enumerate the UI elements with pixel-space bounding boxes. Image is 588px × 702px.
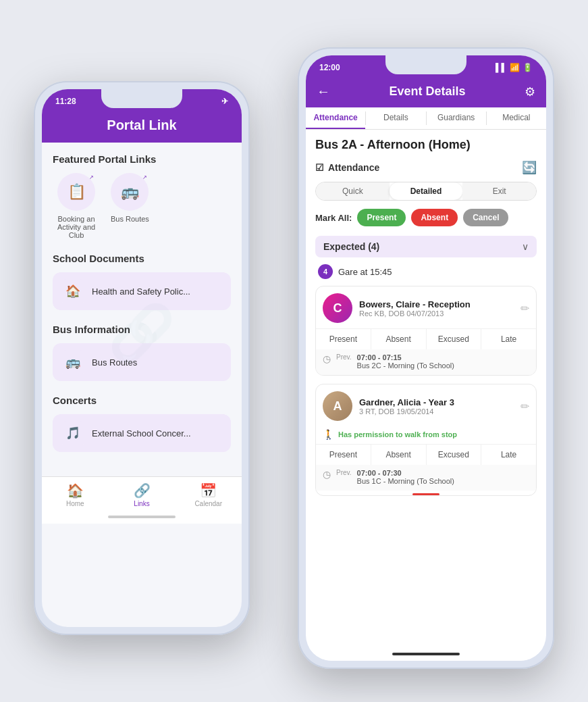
bus-icon-circle: 🚌 ↗ — [111, 173, 149, 211]
walk-icon: 🚶 — [323, 429, 334, 440]
back-header: Portal Link — [42, 111, 242, 143]
booking-ext-badge: ↗ — [89, 174, 94, 180]
alicia-meta: 3 RT, DOB 19/05/2014 — [359, 407, 514, 416]
external-concert-item[interactable]: 🎵 External School Concer... — [53, 414, 231, 452]
tab-medical[interactable]: Medical — [487, 107, 546, 129]
event-title: Bus 2A - Afternoon (Home) — [315, 138, 537, 152]
mark-cancel-button[interactable]: Cancel — [463, 209, 508, 226]
alicia-avatar-img: A — [323, 391, 352, 421]
tab-attendance[interactable]: Attendance — [306, 107, 365, 129]
claire-late-btn[interactable]: Late — [481, 329, 536, 349]
front-home-indicator — [306, 647, 546, 661]
claire-prev-route: Bus 2C - Morning (To School) — [357, 361, 454, 370]
links-nav-label: Links — [134, 500, 149, 507]
view-exit[interactable]: Exit — [462, 182, 536, 200]
claire-absent-btn[interactable]: Absent — [371, 329, 427, 349]
filter-icon[interactable]: ⚙ — [525, 84, 535, 99]
alicia-absent-btn[interactable]: Absent — [371, 445, 427, 465]
alicia-prev-row: ◷ Prev. 07:00 - 07:30 Bus 1C - Morning (… — [316, 465, 536, 491]
expected-header[interactable]: Expected (4) ∨ — [315, 236, 537, 257]
front-phone: 12:00 ▌▌ 📶 🔋 ← Event Details ⚙ Attendanc… — [298, 47, 554, 669]
portal-icon-booking[interactable]: 📋 ↗ Booking an Activity and Club — [53, 173, 100, 239]
bus-routes-label: Bus Routes — [111, 215, 149, 223]
nav-calendar[interactable]: 📅 Calendar — [175, 482, 242, 507]
front-home-bar — [392, 653, 460, 655]
alicia-name: Gardner, Alicia - Year 3 — [359, 397, 514, 407]
front-status-icons: ▌▌ 📶 🔋 — [496, 63, 533, 72]
chevron-down-icon: ∨ — [522, 241, 529, 252]
signal-icon: ▌▌ — [496, 63, 507, 72]
alicia-edit-icon[interactable]: ✏ — [520, 400, 529, 413]
student-card-alicia: A Gardner, Alicia - Year 3 3 RT, DOB 19/… — [315, 384, 537, 496]
back-status-time: 11:28 — [55, 97, 76, 106]
back-button[interactable]: ← — [317, 84, 330, 99]
stop-row: 4 Gare at 15:45 — [315, 264, 537, 279]
calendar-nav-label: Calendar — [194, 500, 222, 507]
back-bottom-nav: 🏠 Home 🔗 Links 📅 Calendar — [42, 476, 242, 510]
back-notch — [101, 89, 182, 108]
tab-guardians[interactable]: Guardians — [427, 107, 486, 129]
front-header-title: Event Details — [330, 84, 525, 99]
view-quick[interactable]: Quick — [316, 182, 390, 200]
checkbox-icon: ☑ — [315, 162, 324, 173]
back-phone-inner: 11:28 ✈ Portal Link 🔗 Featured Portal Li… — [42, 89, 242, 627]
claire-details: Bowers, Claire - Reception Rec KB, DOB 0… — [359, 299, 514, 318]
alicia-attendance-btns: Present Absent Excused Late — [316, 444, 536, 465]
health-safety-icon: 🏠 — [61, 279, 85, 303]
claire-avatar-img: C — [323, 293, 352, 323]
scroll-indicator — [412, 493, 439, 495]
tab-details[interactable]: Details — [366, 107, 425, 129]
back-status-icons: ✈ — [221, 97, 228, 106]
prev-icon-alicia: ◷ — [323, 469, 331, 480]
front-content: Bus 2A - Afternoon (Home) ☑ Attendance 🔄… — [306, 130, 546, 647]
alicia-late-btn[interactable]: Late — [481, 445, 536, 465]
calendar-nav-icon: 📅 — [200, 482, 217, 499]
attendance-text: Attendance — [328, 162, 379, 173]
back-home-indicator — [42, 510, 242, 524]
mark-absent-button[interactable]: Absent — [411, 209, 458, 226]
booking-icon: 📋 — [68, 183, 86, 201]
mark-all-row: Mark All: Present Absent Cancel — [315, 209, 537, 226]
mark-present-button[interactable]: Present — [357, 209, 406, 226]
claire-meta: Rec KB, DOB 04/07/2013 — [359, 309, 514, 318]
portal-icon-bus[interactable]: 🚌 ↗ Bus Routes — [111, 173, 149, 239]
mark-all-label: Mark All: — [315, 213, 352, 223]
walk-permission-row: 🚶 Has permission to walk from stop — [316, 426, 536, 444]
back-header-title: Portal Link — [53, 118, 231, 133]
claire-info-row: C Bowers, Claire - Reception Rec KB, DOB… — [316, 286, 536, 328]
alicia-excused-btn[interactable]: Excused — [427, 445, 482, 465]
walk-permission-text: Has permission to walk from stop — [338, 430, 457, 438]
links-nav-icon: 🔗 — [134, 482, 151, 499]
wifi-icon: 📶 — [510, 63, 520, 72]
battery-icon: 🔋 — [523, 63, 533, 72]
claire-edit-icon[interactable]: ✏ — [520, 302, 529, 315]
front-header: ← Event Details ⚙ — [306, 77, 546, 107]
booking-label: Booking an Activity and Club — [53, 215, 100, 239]
bg-watermark: 🔗 — [108, 301, 176, 365]
claire-avatar: C — [323, 293, 352, 323]
attendance-header: ☑ Attendance 🔄 — [315, 160, 537, 175]
bus-icon: 🚌 — [121, 183, 139, 201]
claire-prev-row: ◷ Prev. 07:00 - 07:15 Bus 2C - Morning (… — [316, 349, 536, 375]
school-docs-title: School Documents — [53, 253, 231, 264]
stop-text: Gare at 15:45 — [338, 267, 392, 277]
alicia-present-btn[interactable]: Present — [316, 445, 371, 465]
concert-icon: 🎵 — [61, 421, 85, 445]
concerts-section: Concerts 🎵 External School Concer... — [53, 395, 231, 452]
refresh-icon[interactable]: 🔄 — [522, 160, 537, 175]
back-phone: 11:28 ✈ Portal Link 🔗 Featured Portal Li… — [34, 81, 250, 635]
view-detailed[interactable]: Detailed — [390, 182, 463, 200]
claire-attendance-btns: Present Absent Excused Late — [316, 328, 536, 349]
nav-links[interactable]: 🔗 Links — [109, 482, 176, 507]
bus-routes-icon: 🚌 — [61, 350, 85, 374]
alicia-details: Gardner, Alicia - Year 3 3 RT, DOB 19/05… — [359, 397, 514, 416]
nav-home[interactable]: 🏠 Home — [42, 482, 109, 507]
alicia-prev-label: Prev. — [336, 469, 352, 476]
claire-present-btn[interactable]: Present — [316, 329, 371, 349]
booking-icon-circle: 📋 ↗ — [57, 173, 95, 211]
scene: 11:28 ✈ Portal Link 🔗 Featured Portal Li… — [14, 27, 574, 702]
featured-section-title: Featured Portal Links — [53, 153, 231, 165]
claire-excused-btn[interactable]: Excused — [427, 329, 482, 349]
portal-icons-row: 📋 ↗ Booking an Activity and Club 🚌 ↗ — [53, 173, 231, 239]
alicia-info-row: A Gardner, Alicia - Year 3 3 RT, DOB 19/… — [316, 384, 536, 426]
